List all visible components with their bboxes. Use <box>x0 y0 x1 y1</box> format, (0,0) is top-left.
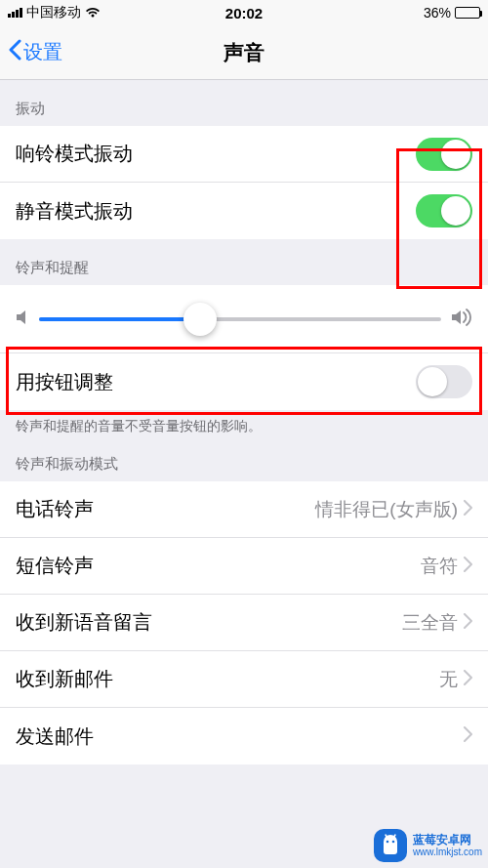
watermark-logo-icon <box>374 829 407 862</box>
silent-vibrate-row[interactable]: 静音模式振动 <box>0 183 488 239</box>
phone-ringtone-row[interactable]: 电话铃声 情非得已(女声版) <box>0 481 488 538</box>
button-adjust-switch[interactable] <box>416 365 472 398</box>
battery-pct: 36% <box>424 5 451 21</box>
signal-icon <box>8 8 22 18</box>
sms-ringtone-row[interactable]: 短信铃声 音符 <box>0 538 488 595</box>
carrier-label: 中国移动 <box>26 4 81 21</box>
volume-high-icon <box>451 309 472 330</box>
svg-point-1 <box>392 841 395 844</box>
wifi-icon <box>85 7 101 19</box>
vibrate-group: 响铃模式振动 静音模式振动 <box>0 126 488 239</box>
voicemail-label: 收到新语音留言 <box>16 609 152 636</box>
sms-ringtone-label: 短信铃声 <box>16 553 94 579</box>
slider-thumb[interactable] <box>183 303 217 336</box>
status-left: 中国移动 <box>8 4 101 21</box>
sent-mail-label: 发送邮件 <box>16 723 94 750</box>
nav-bar: 设置 声音 <box>0 25 488 80</box>
ringer-footer: 铃声和提醒的音量不受音量按钮的影响。 <box>0 410 488 435</box>
watermark-url: www.lmkjst.com <box>413 847 482 857</box>
volume-slider-row[interactable] <box>0 285 488 353</box>
sent-mail-row[interactable]: 发送邮件 <box>0 708 488 765</box>
new-mail-value: 无 <box>439 667 458 692</box>
ring-vibrate-switch[interactable] <box>416 138 472 171</box>
silent-vibrate-switch[interactable] <box>416 194 472 227</box>
phone-ringtone-label: 电话铃声 <box>16 496 94 522</box>
new-mail-label: 收到新邮件 <box>16 666 113 692</box>
status-bar: 中国移动 20:02 36% <box>0 0 488 25</box>
watermark-name: 蓝莓安卓网 <box>413 834 482 847</box>
chevron-right-icon <box>464 499 472 520</box>
section-header-patterns: 铃声和振动模式 <box>0 435 488 481</box>
chevron-right-icon <box>464 556 472 577</box>
button-adjust-label: 用按钮调整 <box>16 369 113 395</box>
patterns-group: 电话铃声 情非得已(女声版) 短信铃声 音符 收到新语音留言 三全音 收到新邮件… <box>0 481 488 765</box>
volume-slider[interactable] <box>39 317 441 321</box>
page-title: 声音 <box>0 39 488 66</box>
section-header-ringer: 铃声和提醒 <box>0 239 488 285</box>
volume-low-icon <box>16 309 29 330</box>
phone-ringtone-value: 情非得已(女声版) <box>315 497 458 522</box>
sms-ringtone-value: 音符 <box>421 554 458 579</box>
button-adjust-group: 用按钮调整 <box>0 353 488 410</box>
section-header-vibrate: 振动 <box>0 80 488 126</box>
battery-icon <box>455 7 480 19</box>
watermark: 蓝莓安卓网 www.lmkjst.com <box>374 829 482 862</box>
new-mail-row[interactable]: 收到新邮件 无 <box>0 651 488 708</box>
ring-vibrate-label: 响铃模式振动 <box>16 141 133 167</box>
chevron-right-icon <box>464 612 472 634</box>
silent-vibrate-label: 静音模式振动 <box>16 198 133 225</box>
status-right: 36% <box>424 5 480 21</box>
chevron-right-icon <box>464 669 472 690</box>
button-adjust-row[interactable]: 用按钮调整 <box>0 353 488 410</box>
svg-point-0 <box>386 841 389 844</box>
chevron-right-icon <box>464 725 472 747</box>
ring-vibrate-row[interactable]: 响铃模式振动 <box>0 126 488 183</box>
voicemail-row[interactable]: 收到新语音留言 三全音 <box>0 595 488 651</box>
voicemail-value: 三全音 <box>402 610 458 636</box>
